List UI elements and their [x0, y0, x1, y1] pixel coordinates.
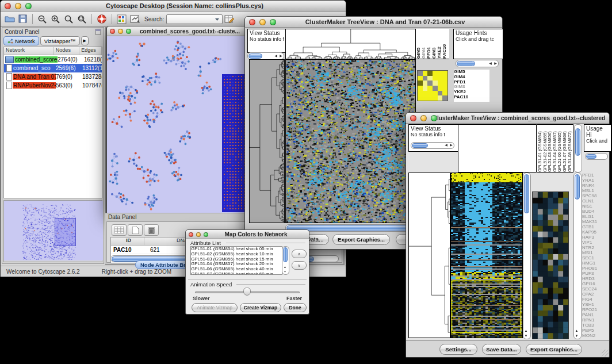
zoom-in-icon[interactable]	[51, 14, 60, 24]
annotation-icon[interactable]	[130, 14, 140, 24]
mini-heatmap-cell[interactable]	[433, 81, 438, 86]
mini-heatmap-cell[interactable]	[418, 95, 423, 101]
vizmapper-grid-icon[interactable]	[117, 14, 127, 24]
zoom-button[interactable]	[204, 232, 208, 237]
gene-label[interactable]: SPC98	[582, 193, 608, 198]
gene-label[interactable]: CLN1	[582, 198, 608, 204]
column-label[interactable]: GPL51-06 (GSM865)	[557, 125, 562, 172]
column-label[interactable]: GIM4	[421, 29, 426, 59]
network-graph-canvas[interactable]	[107, 36, 248, 213]
mini-heatmap-cell[interactable]	[433, 76, 438, 81]
minimize-button[interactable]	[259, 19, 266, 25]
column-label[interactable]: GIM5	[416, 29, 421, 59]
mini-heatmap-cell[interactable]	[427, 86, 433, 91]
gene-label[interactable]: ELG1	[582, 214, 608, 219]
treeview2-titlebar[interactable]: ClusterMaker TreeView : combined_scores_…	[406, 113, 609, 124]
export-graphics-button[interactable]: Export Graphics...	[526, 344, 582, 355]
mini-heatmap-cell[interactable]	[433, 95, 438, 101]
attribute-list-vscrollbar[interactable]: ▲ ▼	[282, 246, 289, 275]
minimize-button[interactable]	[420, 115, 427, 121]
mini-heatmap-cell[interactable]	[442, 95, 447, 101]
mini-heatmap-cell[interactable]	[433, 86, 438, 91]
resize-grip[interactable]	[602, 350, 609, 357]
tab-network[interactable]: Network	[3, 36, 39, 45]
gene-label[interactable]: HAP3	[582, 235, 608, 240]
gene-label[interactable]: YRA1	[582, 178, 608, 183]
gene-label[interactable]: GPI16	[582, 281, 608, 286]
gene-label[interactable]: CPA2	[582, 292, 608, 297]
mini-heatmap-cell[interactable]	[442, 91, 447, 96]
open-folder-icon[interactable]	[5, 14, 15, 24]
help-ring-icon[interactable]	[97, 14, 107, 24]
network-list-header[interactable]: Network Nodes Edges	[4, 47, 102, 55]
gene-label[interactable]: TCB3	[582, 323, 608, 328]
gene-label[interactable]: HMG1	[582, 260, 608, 266]
gene-label[interactable]: BUD4	[582, 209, 608, 214]
column-label[interactable]: GPL51-07 (GSM868)	[562, 125, 567, 172]
done-button[interactable]: Done	[284, 303, 307, 312]
mini-heatmap-cell[interactable]	[423, 76, 428, 81]
column-label[interactable]: PAC10	[442, 29, 447, 59]
minimize-button[interactable]	[196, 232, 201, 237]
treeview2-vscrollbar-labels[interactable]	[574, 124, 582, 173]
minimize-button[interactable]	[15, 3, 21, 9]
dialog-titlebar[interactable]: Map Colors to Network	[186, 230, 309, 239]
mini-heatmap-cell[interactable]	[442, 76, 447, 81]
gene-label[interactable]: NIS1	[582, 204, 608, 209]
mini-heatmap-cell[interactable]	[438, 91, 443, 96]
mini-heatmap-cell[interactable]	[442, 86, 447, 91]
gene-label[interactable]: YSH1	[582, 302, 608, 307]
gene-label[interactable]: MSI1	[582, 250, 608, 255]
mini-heatmap-cell[interactable]	[418, 86, 423, 91]
zoomed-cluster-heatmap[interactable]	[532, 191, 569, 339]
search-input[interactable]	[166, 14, 223, 24]
attribute-list-item[interactable]: GPL51-07 (GSM868) heat shock 60 min	[191, 272, 282, 275]
scroll-down-icon[interactable]: ▼	[523, 334, 529, 339]
scroll-left-icon[interactable]: ◀	[488, 61, 493, 66]
row-dendrogram[interactable]	[249, 59, 285, 223]
column-label[interactable]: GPL51-08 (GSM872)	[567, 125, 572, 172]
birdseye-overview[interactable]	[3, 200, 102, 262]
tab-overflow[interactable]: ▶	[81, 36, 89, 45]
col-edges[interactable]: Edges	[79, 47, 102, 55]
gene-label[interactable]: PUF3	[582, 271, 608, 276]
column-label[interactable]: GIM3	[431, 29, 437, 59]
treeview1-titlebar[interactable]: ClusterMaker TreeView : DNA and Tran 07-…	[245, 17, 502, 28]
gene-label[interactable]: VIP1	[582, 240, 608, 245]
zoom-button[interactable]	[270, 19, 276, 25]
gene-label[interactable]: FIG4	[582, 297, 608, 302]
column-label[interactable]: GPL51-01 (GSM854)	[537, 125, 542, 172]
minimize-button[interactable]	[118, 29, 123, 34]
gene-label[interactable]: PEP5	[582, 328, 608, 333]
mini-heatmap-cell[interactable]	[418, 81, 423, 86]
scroll-left-icon[interactable]: ◀	[443, 143, 449, 148]
export-graphics-button[interactable]: Export Graphics...	[332, 234, 390, 245]
zoom-button[interactable]	[431, 115, 437, 121]
mini-heatmap-cell[interactable]	[433, 71, 438, 76]
mini-heatmap-cell[interactable]	[423, 71, 428, 76]
network-list-row[interactable]: combined_sco 2569(6) 13112(15)	[4, 64, 102, 72]
mini-heatmap-cell[interactable]	[442, 71, 447, 76]
col-nodes[interactable]: Nodes	[54, 47, 79, 55]
mini-heatmap-cell[interactable]	[418, 71, 423, 76]
treeview2-hscrollbar-right[interactable]	[585, 153, 608, 160]
attribute-editor-icon[interactable]	[224, 14, 235, 24]
close-button[interactable]	[410, 115, 416, 121]
column-label[interactable]: PFD1	[426, 29, 431, 59]
heatmap-vscrollbar[interactable]: ▲ ▼	[523, 173, 531, 339]
column-dendrogram-area[interactable]	[458, 124, 537, 173]
mini-heatmap-cell[interactable]	[418, 91, 423, 96]
mini-heatmap-cell[interactable]	[423, 95, 428, 101]
zoom-button[interactable]	[25, 3, 32, 9]
treeview1-hscrollbar-right[interactable]: ◀ ▶	[456, 60, 499, 67]
scroll-up-icon[interactable]: ▲	[523, 328, 529, 334]
gene-label[interactable]: GTB1	[582, 224, 608, 229]
mini-heatmap-cell[interactable]	[438, 76, 443, 81]
expression-heatmap[interactable]	[450, 173, 523, 338]
attribute-list[interactable]: GPL51-01 (GSM854) heat shock 05 minGPL51…	[190, 246, 282, 275]
mini-heatmap-cell[interactable]	[423, 81, 428, 86]
mini-heatmap-cell[interactable]	[433, 91, 438, 96]
mini-heatmap-cell[interactable]	[427, 71, 433, 76]
zoom-region-icon[interactable]	[77, 14, 87, 24]
mini-heatmap-cell[interactable]	[442, 81, 447, 86]
